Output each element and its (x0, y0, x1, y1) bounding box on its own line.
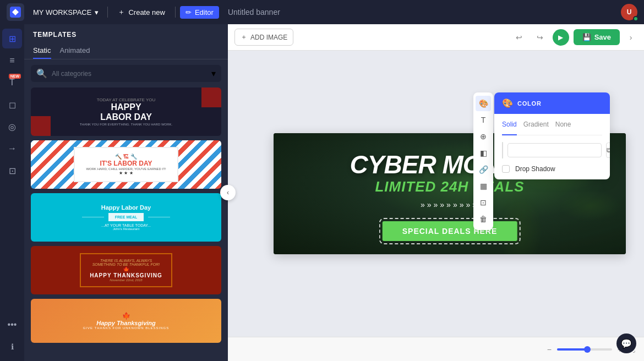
template-inner: 🔨 🏗 🔧 IT'S LABOR DAY WORK HARD, CHILL HA… (74, 147, 178, 182)
play-button[interactable]: ▶ (553, 29, 569, 46)
tool-link[interactable]: 🔗 (476, 162, 491, 177)
banner-cta-button[interactable]: SPECIAL DEALS HERE (383, 221, 517, 241)
template-title: IT'S LABOR DAY (86, 160, 166, 167)
editor-area: ＋ ADD IMAGE ↩ ↪ ▶ 💾 Save › 🎨 T ⊕ ◧ 🔗 ▦ (228, 24, 644, 361)
color-tab-gradient[interactable]: Gradient (523, 121, 549, 130)
iconbar-effects[interactable]: → (2, 139, 22, 158)
search-chevron-icon[interactable]: ▾ (211, 68, 216, 79)
save-label: Save (594, 33, 611, 41)
color-tab-none[interactable]: None (555, 121, 571, 130)
template-sidebar: TEMPLATES Static Animated 🔍 ▾ TODAY AT C… (24, 24, 228, 361)
color-panel-body: Solid Gradient None #63d459 ⧉ Drop Shado… (494, 114, 610, 179)
iconbar-help[interactable]: ℹ (2, 337, 22, 357)
workspace-label: MY WORKSPACE (33, 8, 91, 17)
iconbar-layers[interactable]: ≡ (2, 51, 22, 70)
avatar-online-badge (633, 16, 638, 21)
tool-delete[interactable]: 🗑 (476, 211, 491, 227)
sidebar-tabs: Static Animated (24, 43, 228, 59)
zoom-slider-thumb[interactable] (584, 346, 591, 353)
tool-video[interactable]: ▦ (476, 178, 491, 194)
drop-shadow-checkbox[interactable] (502, 165, 510, 173)
tab-animated[interactable]: Animated (60, 43, 90, 59)
redo-button[interactable]: ↪ (532, 29, 548, 46)
iconbar-templates[interactable]: ⊞ (2, 29, 22, 48)
add-image-button[interactable]: ＋ ADD IMAGE (234, 29, 293, 46)
undo-button[interactable]: ↩ (511, 29, 527, 46)
template-inner: THERE IS ALWAYS, ALWAYSSOMETHING TO BE T… (80, 253, 172, 287)
template-sub: ...AT YOUR TABLE TODAY... (101, 223, 151, 227)
color-panel: 🎨 COLOR Solid Gradient None #63d459 ⧉ (494, 92, 610, 179)
color-panel-header: 🎨 COLOR (494, 92, 610, 114)
zoom-out-button[interactable]: − (547, 345, 552, 354)
template-item[interactable]: THERE IS ALWAYS, ALWAYSSOMETHING TO BE T… (31, 246, 221, 294)
save-button[interactable]: 💾 Save (574, 29, 620, 45)
corner-decoration (201, 87, 221, 107)
bottom-bar: − + ⛶ (228, 337, 644, 361)
template-item[interactable]: 🍁 Happy Thanksgiving GIVE THANKS FOR UNK… (31, 299, 221, 343)
tool-layers[interactable]: ◧ (476, 145, 491, 161)
canvas-wrapper: 🎨 T ⊕ ◧ 🔗 ▦ ⊡ 🗑 🎨 COLOR Solid Gradie (228, 51, 644, 337)
drop-shadow-row: Drop Shadow (502, 165, 602, 173)
zoom-slider[interactable] (557, 348, 612, 351)
template-text: TODAY AT CELEBRATE YOU (97, 97, 156, 102)
color-tabs: Solid Gradient None (502, 121, 602, 135)
template-title: HAPPYLABOR DAY (100, 102, 152, 122)
tool-text[interactable]: T (476, 112, 491, 128)
workspace-menu[interactable]: MY WORKSPACE ▾ (29, 6, 103, 19)
tool-palette[interactable]: 🎨 (476, 96, 491, 111)
editor-button[interactable]: ✏ Editor (180, 6, 219, 19)
banner-arrows: »»»»»»»»» (274, 200, 626, 209)
add-image-label: ADD IMAGE (250, 34, 287, 41)
tool-panel: 🎨 T ⊕ ◧ 🔗 ▦ ⊡ 🗑 (473, 92, 493, 230)
editor-label: Editor (195, 8, 214, 17)
main-layout: ⊞ ≡ T NEW ◻ ◎ → ⊡ ••• ℹ TEMPLATES Static… (0, 24, 644, 361)
template-icon: 🍁 (122, 312, 130, 320)
copy-color-button[interactable]: ⧉ (606, 143, 610, 158)
tab-static[interactable]: Static (33, 43, 51, 59)
topbar: MY WORKSPACE ▾ ＋ Create new ✏ Editor Unt… (0, 0, 644, 24)
iconbar-text[interactable]: T NEW (2, 73, 22, 92)
document-title[interactable]: Untitled banner (228, 8, 621, 17)
search-container: 🔍 ▾ (31, 65, 221, 82)
search-icon: 🔍 (36, 68, 47, 79)
corner-decoration2 (31, 116, 51, 136)
expand-button[interactable]: › (624, 31, 637, 44)
add-image-icon: ＋ (241, 32, 247, 42)
sidebar-search-area: 🔍 ▾ (24, 65, 228, 87)
topbar-divider (107, 7, 108, 18)
template-sub: THANK YOU FOR EVERYTHING. THANK YOU HARD… (80, 123, 173, 126)
sidebar-collapse-button[interactable]: ‹ (220, 185, 236, 200)
color-tab-solid[interactable]: Solid (502, 121, 517, 135)
template-title: Happy Thanksgiving (96, 320, 156, 326)
banner-cta-area: SPECIAL DEALS HERE (383, 221, 517, 241)
search-input[interactable] (52, 70, 207, 78)
banner-subheadline: LIMITED 24H DEALS (274, 178, 626, 195)
save-icon: 💾 (582, 33, 591, 41)
chat-button[interactable]: 💬 (616, 333, 636, 353)
user-avatar[interactable]: U (621, 4, 637, 20)
workspace-chevron-icon: ▾ (95, 8, 99, 17)
app-logo[interactable] (7, 3, 24, 21)
plus-icon: ＋ (118, 7, 125, 17)
drop-shadow-label: Drop Shadow (515, 165, 555, 173)
editor-toolbar: ＋ ADD IMAGE ↩ ↪ ▶ 💾 Save › (228, 24, 644, 51)
iconbar-media[interactable]: ◎ (2, 117, 22, 136)
color-swatch[interactable] (502, 142, 503, 158)
template-item[interactable]: TODAY AT CELEBRATE YOU HAPPYLABOR DAY TH… (31, 87, 221, 136)
template-list: TODAY AT CELEBRATE YOU HAPPYLABOR DAY TH… (24, 87, 228, 361)
template-title: Happy Labor Day (101, 204, 151, 211)
tool-duplicate[interactable]: ⊡ (476, 195, 491, 210)
color-hex-input[interactable]: #63d459 (507, 143, 602, 157)
sidebar-title: TEMPLATES (24, 24, 228, 43)
create-new-button[interactable]: ＋ Create new (112, 5, 170, 19)
iconbar-more[interactable]: ••• (2, 315, 22, 335)
template-decoration: FREE MEAL (82, 213, 170, 221)
zoom-slider-track (557, 348, 587, 351)
iconbar-shapes[interactable]: ◻ (2, 95, 22, 114)
tool-select[interactable]: ⊕ (476, 129, 491, 144)
icon-bar: ⊞ ≡ T NEW ◻ ◎ → ⊡ ••• ℹ (0, 24, 24, 361)
template-icons: 🔨 🏗 🔧 (86, 154, 166, 160)
iconbar-objects[interactable]: ⊡ (2, 161, 22, 180)
template-item[interactable]: 🔨 🏗 🔧 IT'S LABOR DAY WORK HARD, CHILL HA… (31, 140, 221, 189)
template-item[interactable]: Happy Labor Day FREE MEAL ...AT YOUR TAB… (31, 193, 221, 242)
